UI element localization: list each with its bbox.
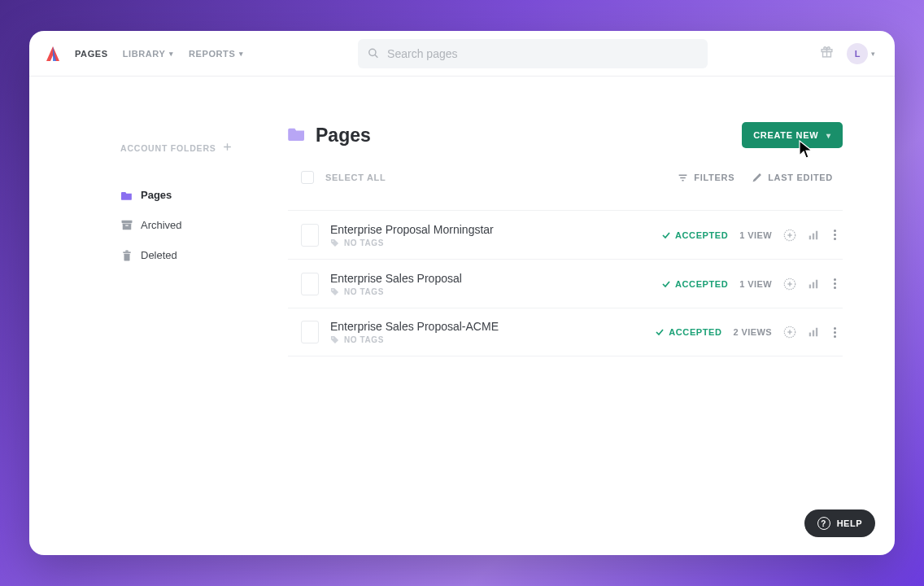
avatar: L [847,43,868,64]
sidebar-header: ACCOUNT FOLDERS [120,142,233,155]
help-icon: ? [817,517,830,530]
gift-icon[interactable] [820,45,834,62]
page-thumbnail [301,224,319,247]
add-viewer-icon[interactable] [783,229,796,242]
nav-pages[interactable]: PAGES [75,49,108,59]
status-label: ACCEPTED [669,327,721,337]
svg-point-0 [369,49,376,55]
svg-rect-34 [809,333,811,337]
body: ACCOUNT FOLDERS Pages Archived [29,77,895,555]
sidebar-item-deleted[interactable]: Deleted [120,249,233,261]
trash-icon [120,250,133,261]
toolbar-right: FILTERS LAST EDITED [678,173,833,183]
svg-rect-20 [809,235,811,239]
check-icon [661,230,671,240]
row-menu-button[interactable] [830,226,839,243]
pages-list: Enterprise Proposal Morningstar NO TAGS … [288,210,843,356]
tags-label: NO TAGS [344,287,384,296]
add-viewer-icon[interactable] [783,278,796,291]
svg-rect-8 [122,224,131,230]
tag-icon [330,287,339,296]
tags-label: NO TAGS [344,238,384,247]
chevron-down-icon: ▾ [871,50,875,58]
list-item[interactable]: Enterprise Proposal Morningstar NO TAGS … [288,210,843,259]
nav-reports[interactable]: REPORTS ▾ [189,49,244,59]
avatar-initial: L [855,49,861,59]
svg-point-30 [332,337,333,339]
page-thumbnail [301,273,319,295]
nav-library[interactable]: LIBRARY ▾ [123,49,174,59]
filters-button[interactable]: FILTERS [678,173,734,183]
sort-button[interactable]: LAST EDITED [752,173,833,183]
row-menu-button[interactable] [830,275,839,292]
user-menu[interactable]: L ▾ [847,43,875,64]
svg-rect-9 [125,225,129,226]
row-tags: NO TAGS [330,238,661,247]
sidebar-header-label: ACCOUNT FOLDERS [120,143,216,153]
row-main: Enterprise Sales Proposal-ACME NO TAGS [330,320,655,344]
svg-rect-22 [816,230,817,239]
chevron-down-icon: ▾ [239,50,244,58]
svg-rect-27 [809,284,811,288]
check-icon [661,279,671,289]
help-button[interactable]: ? HELP [804,509,875,537]
svg-rect-36 [816,328,817,337]
select-all-checkbox[interactable] [301,171,314,184]
list-toolbar: SELECT ALL FILTERS LAST EDITED [288,171,843,184]
svg-point-16 [332,240,333,242]
status-badge: ACCEPTED [661,230,728,240]
row-menu-button[interactable] [830,324,839,341]
sidebar-item-pages[interactable]: Pages [120,189,233,201]
chevron-down-icon: ▾ [826,131,831,140]
list-item[interactable]: Enterprise Sales Proposal-ACME NO TAGS A… [288,308,843,356]
header-bar: PAGES LIBRARY ▾ REPORTS ▾ L ▾ [29,31,895,77]
svg-rect-7 [121,221,132,224]
row-right: ACCEPTED 1 VIEW [661,226,839,243]
row-main: Enterprise Proposal Morningstar NO TAGS [330,223,661,247]
create-button-label: CREATE NEW [753,130,818,140]
add-viewer-icon[interactable] [783,326,796,339]
check-icon [655,327,665,337]
row-title: Enterprise Sales Proposal-ACME [330,320,655,333]
status-label: ACCEPTED [675,230,728,240]
svg-rect-29 [816,279,817,288]
sidebar-item-archived[interactable]: Archived [120,219,233,231]
svg-rect-35 [813,330,814,337]
search-field[interactable] [358,39,708,68]
tag-icon [330,238,339,247]
header-right: L ▾ [820,43,875,64]
nav-label: LIBRARY [123,49,166,59]
sidebar: ACCOUNT FOLDERS Pages Archived [29,77,257,555]
tags-label: NO TAGS [344,335,384,344]
status-label: ACCEPTED [675,279,728,289]
row-title: Enterprise Proposal Morningstar [330,223,661,236]
tag-icon [330,335,339,344]
sidebar-item-label: Deleted [141,249,177,261]
add-folder-button[interactable] [222,142,233,155]
page-thumbnail [301,321,319,343]
nav-label: REPORTS [189,49,235,59]
nav-label: PAGES [75,49,108,59]
svg-rect-21 [813,233,814,239]
row-tags: NO TAGS [330,287,661,296]
app-logo[interactable] [44,45,62,63]
analytics-icon[interactable] [808,230,819,241]
folder-icon [288,126,306,144]
analytics-icon[interactable] [808,278,819,290]
svg-rect-12 [125,250,129,251]
sidebar-item-label: Pages [141,189,172,201]
list-item[interactable]: Enterprise Sales Proposal NO TAGS ACCEPT… [288,259,843,308]
row-title: Enterprise Sales Proposal [330,272,661,285]
views-count: 1 VIEW [739,279,772,289]
search-input[interactable] [387,47,698,60]
page-header: Pages CREATE NEW ▾ [288,122,843,148]
create-new-button[interactable]: CREATE NEW ▾ [742,122,843,148]
main-content: Pages CREATE NEW ▾ SELECT ALL FILTERS [257,77,895,555]
sidebar-item-label: Archived [141,219,182,231]
archive-icon [120,220,133,230]
filters-label: FILTERS [694,173,734,182]
svg-rect-11 [124,253,129,260]
row-right: ACCEPTED 2 VIEWS [655,324,839,341]
analytics-icon[interactable] [808,326,819,338]
svg-rect-10 [123,251,130,253]
